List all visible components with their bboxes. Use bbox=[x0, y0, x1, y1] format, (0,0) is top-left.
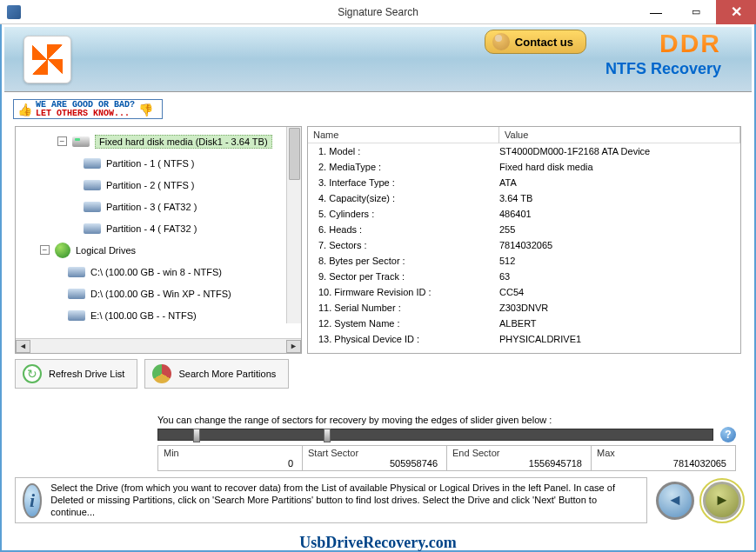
button-label: Search More Partitions bbox=[178, 369, 276, 379]
tree-label: Fixed hard disk media (Disk1 - 3.64 TB) bbox=[95, 135, 272, 149]
cell-value: 512 bbox=[499, 256, 740, 266]
refresh-icon bbox=[23, 364, 42, 383]
cell-value: PHYSICALDRIVE1 bbox=[499, 334, 740, 344]
thumb-down-icon: 👍 bbox=[138, 103, 153, 117]
cell-name: 8. Bytes per Sector : bbox=[308, 256, 499, 266]
drive-tree-panel: − Fixed hard disk media (Disk1 - 3.64 TB… bbox=[15, 126, 302, 354]
cell-value: ATA bbox=[499, 177, 740, 188]
tree-logical-drives[interactable]: − Logical Drives bbox=[16, 239, 301, 261]
cell-value: CC54 bbox=[499, 287, 740, 297]
tree-partition[interactable]: Partition - 1 ( NTFS ) bbox=[16, 152, 301, 174]
cell-name: 1. Model : bbox=[308, 146, 499, 156]
tree-vertical-scrollbar[interactable] bbox=[286, 127, 301, 323]
table-row[interactable]: 12. System Name :ALBERT bbox=[308, 316, 740, 331]
button-label: Refresh Drive List bbox=[49, 369, 124, 379]
watermark-text: UsbDriveRecovery.com bbox=[299, 534, 456, 552]
table-row[interactable]: 5. Cylinders :486401 bbox=[308, 206, 740, 222]
table-row[interactable]: 2. MediaType :Fixed hard disk media bbox=[308, 159, 740, 175]
cell-value: Fixed hard disk media bbox=[499, 162, 740, 172]
partition-icon bbox=[84, 202, 101, 212]
start-sector-field: Start Sector505958746 bbox=[303, 445, 447, 471]
refresh-drive-list-button[interactable]: Refresh Drive List bbox=[15, 359, 137, 389]
instruction-text: Select the Drive (from which you want to… bbox=[50, 482, 639, 518]
partition-icon bbox=[84, 223, 101, 234]
slider-handle-end[interactable] bbox=[324, 429, 331, 442]
person-icon bbox=[492, 33, 510, 50]
table-row[interactable]: 11. Serial Number :Z303DNVR bbox=[308, 300, 740, 316]
cell-name: 3. Interface Type : bbox=[308, 177, 499, 188]
partition-icon bbox=[84, 180, 101, 190]
scroll-right-icon[interactable]: ► bbox=[286, 340, 301, 353]
cell-name: 6. Heads : bbox=[308, 224, 499, 235]
instruction-box: i Select the Drive (from which you want … bbox=[15, 477, 647, 523]
title-bar: Signature Search — ▭ ✕ bbox=[0, 0, 756, 24]
column-header-name[interactable]: Name bbox=[308, 127, 499, 143]
minimize-button[interactable]: — bbox=[636, 0, 676, 24]
tree-root-disk[interactable]: − Fixed hard disk media (Disk1 - 3.64 TB… bbox=[16, 130, 301, 152]
tree-partition[interactable]: Partition - 4 ( FAT32 ) bbox=[16, 217, 301, 239]
tree-logical-drive[interactable]: C:\ (100.00 GB - win 8 - NTFS) bbox=[16, 261, 301, 283]
min-sector-field: Min0 bbox=[157, 445, 303, 471]
globe-icon bbox=[55, 243, 70, 258]
sector-range-slider[interactable] bbox=[157, 429, 713, 441]
tree-logical-drive[interactable]: D:\ (100.00 GB - Win XP - NTFS) bbox=[16, 283, 301, 304]
app-frame: Contact us DDR NTFS Recovery 👍 WE ARE GO… bbox=[0, 24, 756, 552]
contact-us-button[interactable]: Contact us bbox=[485, 30, 586, 54]
window-title: Signature Search bbox=[338, 6, 418, 18]
cell-name: 12. System Name : bbox=[308, 318, 499, 329]
table-row[interactable]: 1. Model :ST4000DM000-1F2168 ATA Device bbox=[308, 143, 740, 159]
cell-value: 7814032065 bbox=[499, 240, 740, 250]
table-row[interactable]: 8. Bytes per Sector :512 bbox=[308, 253, 740, 269]
max-sector-field: Max7814032065 bbox=[592, 445, 736, 471]
pie-chart-icon bbox=[152, 364, 171, 383]
tree-partition[interactable]: Partition - 3 ( FAT32 ) bbox=[16, 196, 301, 217]
product-name: NTFS Recovery bbox=[605, 60, 721, 78]
back-button[interactable]: ◄ bbox=[656, 482, 694, 520]
close-button[interactable]: ✕ bbox=[716, 0, 756, 24]
help-icon[interactable]: ? bbox=[720, 427, 736, 442]
table-row[interactable]: 3. Interface Type :ATA bbox=[308, 175, 740, 190]
end-sector-field: End Sector1556945718 bbox=[447, 445, 592, 471]
cell-value: 255 bbox=[499, 224, 740, 235]
slider-handle-start[interactable] bbox=[193, 429, 200, 442]
cell-value: 63 bbox=[499, 271, 740, 282]
next-button[interactable]: ► bbox=[703, 482, 741, 520]
cell-name: 10. Firmware Revision ID : bbox=[308, 287, 499, 297]
collapse-icon[interactable]: − bbox=[40, 245, 50, 255]
cell-value: ALBERT bbox=[499, 318, 740, 329]
scroll-left-icon[interactable]: ◄ bbox=[16, 340, 30, 353]
drive-icon bbox=[68, 310, 85, 321]
feedback-banner[interactable]: 👍 WE ARE GOOD OR BAD? LET OTHERS KNOW...… bbox=[13, 99, 163, 119]
drive-icon bbox=[68, 267, 85, 277]
cell-name: 4. Capacity(size) : bbox=[308, 193, 499, 203]
table-row[interactable]: 7. Sectors :7814032065 bbox=[308, 237, 740, 253]
cell-name: 2. MediaType : bbox=[308, 162, 499, 172]
cell-value: 3.64 TB bbox=[499, 193, 740, 203]
cell-value: ST4000DM000-1F2168 ATA Device bbox=[499, 146, 740, 156]
collapse-icon[interactable]: − bbox=[57, 136, 67, 146]
table-row[interactable]: 10. Firmware Revision ID :CC54 bbox=[308, 284, 740, 300]
cell-name: 13. Physical Device ID : bbox=[308, 334, 499, 344]
table-row[interactable]: 13. Physical Device ID :PHYSICALDRIVE1 bbox=[308, 331, 740, 347]
info-icon: i bbox=[23, 483, 42, 518]
table-row[interactable]: 4. Capacity(size) :3.64 TB bbox=[308, 190, 740, 206]
cell-name: 9. Sector per Track : bbox=[308, 271, 499, 282]
app-icon bbox=[7, 5, 21, 19]
partition-icon bbox=[84, 158, 101, 169]
brand-logo-text: DDR bbox=[659, 29, 721, 58]
header-banner: Contact us DDR NTFS Recovery bbox=[4, 27, 752, 92]
maximize-button[interactable]: ▭ bbox=[676, 0, 716, 24]
cell-name: 5. Cylinders : bbox=[308, 209, 499, 219]
column-header-value[interactable]: Value bbox=[499, 127, 740, 143]
tree-partition[interactable]: Partition - 2 ( NTFS ) bbox=[16, 174, 301, 196]
cell-value: Z303DNVR bbox=[499, 303, 740, 313]
cell-name: 11. Serial Number : bbox=[308, 303, 499, 313]
tree-label: Logical Drives bbox=[76, 245, 136, 256]
table-row[interactable]: 6. Heads :255 bbox=[308, 222, 740, 237]
search-more-partitions-button[interactable]: Search More Partitions bbox=[144, 359, 289, 389]
tree-logical-drive[interactable]: E:\ (100.00 GB - - NTFS) bbox=[16, 304, 301, 326]
drive-icon bbox=[68, 289, 85, 299]
tree-horizontal-scrollbar[interactable]: ◄ ► bbox=[16, 338, 301, 353]
table-row[interactable]: 9. Sector per Track :63 bbox=[308, 269, 740, 284]
feedback-line2: LET OTHERS KNOW... bbox=[36, 110, 135, 118]
